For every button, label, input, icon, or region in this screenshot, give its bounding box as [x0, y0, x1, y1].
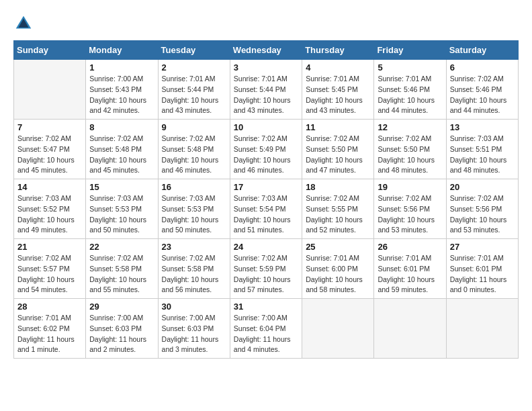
- day-cell: 7Sunrise: 7:02 AM Sunset: 5:47 PM Daylig…: [14, 120, 86, 179]
- header-saturday: Saturday: [446, 41, 518, 60]
- day-number: 21: [17, 242, 82, 252]
- week-row-1: 1Sunrise: 7:00 AM Sunset: 5:43 PM Daylig…: [14, 60, 519, 120]
- day-number: 12: [378, 122, 442, 132]
- day-cell: 17Sunrise: 7:03 AM Sunset: 5:54 PM Dayli…: [230, 179, 302, 239]
- day-info: Sunrise: 7:00 AM Sunset: 6:04 PM Dayligh…: [234, 313, 298, 355]
- day-cell: 23Sunrise: 7:02 AM Sunset: 5:58 PM Dayli…: [158, 239, 230, 299]
- day-cell: 9Sunrise: 7:02 AM Sunset: 5:48 PM Daylig…: [158, 120, 230, 179]
- day-info: Sunrise: 7:02 AM Sunset: 5:58 PM Dayligh…: [89, 253, 154, 295]
- day-number: 6: [450, 62, 515, 73]
- day-cell: 4Sunrise: 7:01 AM Sunset: 5:45 PM Daylig…: [302, 60, 374, 120]
- day-info: Sunrise: 7:01 AM Sunset: 5:44 PM Dayligh…: [162, 74, 226, 116]
- week-row-3: 14Sunrise: 7:03 AM Sunset: 5:52 PM Dayli…: [14, 179, 519, 239]
- week-row-5: 28Sunrise: 7:01 AM Sunset: 6:02 PM Dayli…: [14, 299, 519, 359]
- day-cell: 29Sunrise: 7:00 AM Sunset: 6:03 PM Dayli…: [86, 299, 158, 359]
- day-info: Sunrise: 7:01 AM Sunset: 5:46 PM Dayligh…: [378, 74, 442, 116]
- day-info: Sunrise: 7:02 AM Sunset: 5:50 PM Dayligh…: [306, 134, 370, 176]
- day-number: 20: [450, 182, 515, 192]
- day-info: Sunrise: 7:00 AM Sunset: 5:43 PM Dayligh…: [89, 74, 154, 116]
- page-header: [13, 13, 519, 34]
- day-number: 7: [17, 122, 82, 132]
- day-number: 16: [162, 182, 226, 192]
- header-monday: Monday: [86, 41, 158, 60]
- day-cell: 1Sunrise: 7:00 AM Sunset: 5:43 PM Daylig…: [86, 60, 158, 120]
- day-info: Sunrise: 7:02 AM Sunset: 5:56 PM Dayligh…: [450, 193, 515, 236]
- day-cell: 13Sunrise: 7:03 AM Sunset: 5:51 PM Dayli…: [446, 120, 518, 179]
- day-number: 8: [89, 122, 154, 132]
- week-row-2: 7Sunrise: 7:02 AM Sunset: 5:47 PM Daylig…: [14, 120, 519, 179]
- day-info: Sunrise: 7:03 AM Sunset: 5:54 PM Dayligh…: [234, 193, 298, 236]
- day-info: Sunrise: 7:02 AM Sunset: 5:48 PM Dayligh…: [162, 134, 226, 176]
- day-cell: 31Sunrise: 7:00 AM Sunset: 6:04 PM Dayli…: [230, 299, 302, 359]
- day-info: Sunrise: 7:02 AM Sunset: 5:56 PM Dayligh…: [378, 193, 442, 236]
- day-cell: 14Sunrise: 7:03 AM Sunset: 5:52 PM Dayli…: [14, 179, 86, 239]
- day-info: Sunrise: 7:02 AM Sunset: 5:50 PM Dayligh…: [378, 134, 442, 176]
- day-cell: 10Sunrise: 7:02 AM Sunset: 5:49 PM Dayli…: [230, 120, 302, 179]
- day-cell: 27Sunrise: 7:01 AM Sunset: 6:01 PM Dayli…: [446, 239, 518, 299]
- day-info: Sunrise: 7:01 AM Sunset: 5:44 PM Dayligh…: [234, 74, 298, 116]
- calendar-header-row: SundayMondayTuesdayWednesdayThursdayFrid…: [14, 41, 519, 60]
- day-cell: 30Sunrise: 7:00 AM Sunset: 6:03 PM Dayli…: [158, 299, 230, 359]
- logo: [13, 13, 36, 34]
- day-number: 23: [162, 242, 226, 252]
- day-number: 25: [306, 242, 370, 252]
- day-cell: 25Sunrise: 7:01 AM Sunset: 6:00 PM Dayli…: [302, 239, 374, 299]
- day-number: 10: [234, 122, 298, 132]
- calendar-table: SundayMondayTuesdayWednesdayThursdayFrid…: [13, 40, 519, 359]
- day-cell: 8Sunrise: 7:02 AM Sunset: 5:48 PM Daylig…: [86, 120, 158, 179]
- day-cell: [446, 299, 518, 359]
- day-cell: 28Sunrise: 7:01 AM Sunset: 6:02 PM Dayli…: [14, 299, 86, 359]
- day-info: Sunrise: 7:03 AM Sunset: 5:53 PM Dayligh…: [89, 193, 154, 236]
- day-number: 28: [17, 302, 82, 312]
- header-friday: Friday: [374, 41, 446, 60]
- header-tuesday: Tuesday: [158, 41, 230, 60]
- day-cell: 11Sunrise: 7:02 AM Sunset: 5:50 PM Dayli…: [302, 120, 374, 179]
- day-number: 22: [89, 242, 154, 252]
- day-number: 29: [89, 302, 154, 312]
- day-cell: [14, 60, 86, 120]
- day-cell: 5Sunrise: 7:01 AM Sunset: 5:46 PM Daylig…: [374, 60, 446, 120]
- day-cell: 18Sunrise: 7:02 AM Sunset: 5:55 PM Dayli…: [302, 179, 374, 239]
- day-cell: 2Sunrise: 7:01 AM Sunset: 5:44 PM Daylig…: [158, 60, 230, 120]
- day-number: 26: [378, 242, 442, 252]
- day-info: Sunrise: 7:01 AM Sunset: 6:01 PM Dayligh…: [450, 253, 515, 295]
- day-info: Sunrise: 7:02 AM Sunset: 5:47 PM Dayligh…: [17, 134, 82, 176]
- day-cell: 26Sunrise: 7:01 AM Sunset: 6:01 PM Dayli…: [374, 239, 446, 299]
- day-number: 17: [234, 182, 298, 192]
- day-info: Sunrise: 7:02 AM Sunset: 5:58 PM Dayligh…: [162, 253, 226, 295]
- day-cell: 6Sunrise: 7:02 AM Sunset: 5:46 PM Daylig…: [446, 60, 518, 120]
- day-number: 14: [17, 182, 82, 192]
- day-info: Sunrise: 7:02 AM Sunset: 5:57 PM Dayligh…: [17, 253, 82, 295]
- day-cell: 3Sunrise: 7:01 AM Sunset: 5:44 PM Daylig…: [230, 60, 302, 120]
- day-number: 13: [450, 122, 515, 132]
- day-cell: [374, 299, 446, 359]
- day-cell: [302, 299, 374, 359]
- day-number: 11: [306, 122, 370, 132]
- day-number: 1: [89, 62, 154, 73]
- day-number: 18: [306, 182, 370, 192]
- header-sunday: Sunday: [14, 41, 86, 60]
- day-number: 15: [89, 182, 154, 192]
- day-cell: 21Sunrise: 7:02 AM Sunset: 5:57 PM Dayli…: [14, 239, 86, 299]
- day-number: 2: [162, 62, 226, 73]
- week-row-4: 21Sunrise: 7:02 AM Sunset: 5:57 PM Dayli…: [14, 239, 519, 299]
- day-number: 31: [234, 302, 298, 312]
- day-info: Sunrise: 7:03 AM Sunset: 5:51 PM Dayligh…: [450, 134, 515, 176]
- day-number: 5: [378, 62, 442, 73]
- day-info: Sunrise: 7:01 AM Sunset: 6:00 PM Dayligh…: [306, 253, 370, 295]
- day-info: Sunrise: 7:02 AM Sunset: 5:48 PM Dayligh…: [89, 134, 154, 176]
- day-info: Sunrise: 7:03 AM Sunset: 5:52 PM Dayligh…: [17, 193, 82, 236]
- day-number: 24: [234, 242, 298, 252]
- day-info: Sunrise: 7:00 AM Sunset: 6:03 PM Dayligh…: [89, 313, 154, 355]
- day-cell: 22Sunrise: 7:02 AM Sunset: 5:58 PM Dayli…: [86, 239, 158, 299]
- day-info: Sunrise: 7:01 AM Sunset: 5:45 PM Dayligh…: [306, 74, 370, 116]
- day-number: 30: [162, 302, 226, 312]
- day-number: 9: [162, 122, 226, 132]
- day-cell: 19Sunrise: 7:02 AM Sunset: 5:56 PM Dayli…: [374, 179, 446, 239]
- day-info: Sunrise: 7:02 AM Sunset: 5:46 PM Dayligh…: [450, 74, 515, 116]
- day-cell: 16Sunrise: 7:03 AM Sunset: 5:53 PM Dayli…: [158, 179, 230, 239]
- day-cell: 20Sunrise: 7:02 AM Sunset: 5:56 PM Dayli…: [446, 179, 518, 239]
- day-number: 19: [378, 182, 442, 192]
- day-info: Sunrise: 7:01 AM Sunset: 6:01 PM Dayligh…: [378, 253, 442, 295]
- day-info: Sunrise: 7:02 AM Sunset: 5:55 PM Dayligh…: [306, 193, 370, 236]
